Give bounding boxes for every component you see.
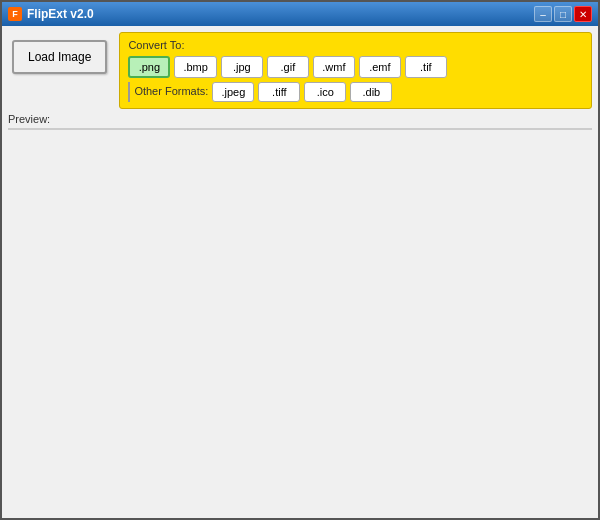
convert-to-label: Convert To: <box>128 39 583 51</box>
format-btn-jpg[interactable]: .jpg <box>221 56 263 78</box>
format-btn-tiff[interactable]: .tiff <box>258 82 300 102</box>
format-btn-emf[interactable]: .emf <box>359 56 401 78</box>
load-btn-container: Load Image <box>8 32 111 82</box>
nacelle-group: NRTENCO <box>265 128 385 129</box>
format-btn-wmf[interactable]: .wmf <box>313 56 355 78</box>
other-formats-label: Other Formats: <box>134 82 208 97</box>
format-btn-ico[interactable]: .ico <box>304 82 346 102</box>
window-controls: – □ ✕ <box>534 6 592 22</box>
main-window: F FlipExt v2.0 – □ ✕ Load Image Convert … <box>0 0 600 520</box>
format-btn-png[interactable]: .png <box>128 56 170 78</box>
primary-formats-row: .png .bmp .jpg .gif .wmf .emf .tif <box>128 56 583 78</box>
top-section: Load Image Convert To: .png .bmp .jpg .g… <box>8 32 592 109</box>
title-bar-left: F FlipExt v2.0 <box>8 7 94 21</box>
content-area: Load Image Convert To: .png .bmp .jpg .g… <box>2 26 598 518</box>
preview-image: NRTENCO <box>8 128 592 130</box>
preview-label: Preview: <box>8 113 592 125</box>
window-title: FlipExt v2.0 <box>27 7 94 21</box>
load-image-button[interactable]: Load Image <box>12 40 107 74</box>
minimize-button[interactable]: – <box>534 6 552 22</box>
maximize-button[interactable]: □ <box>554 6 572 22</box>
format-btn-tif[interactable]: .tif <box>405 56 447 78</box>
preview-container: NRTENCO <box>8 128 592 512</box>
format-panel: Convert To: .png .bmp .jpg .gif .wmf .em… <box>119 32 592 109</box>
other-formats-section: Other Formats: .jpeg .tiff .ico .dib <box>128 82 583 102</box>
other-formats-row: .jpeg .tiff .ico .dib <box>212 82 392 102</box>
app-icon: F <box>8 7 22 21</box>
divider <box>128 82 130 102</box>
format-btn-jpeg[interactable]: .jpeg <box>212 82 254 102</box>
close-button[interactable]: ✕ <box>574 6 592 22</box>
title-bar: F FlipExt v2.0 – □ ✕ <box>2 2 598 26</box>
preview-section: Preview: NRTENCO <box>8 113 592 512</box>
format-btn-bmp[interactable]: .bmp <box>174 56 216 78</box>
format-btn-gif[interactable]: .gif <box>267 56 309 78</box>
format-btn-dib[interactable]: .dib <box>350 82 392 102</box>
